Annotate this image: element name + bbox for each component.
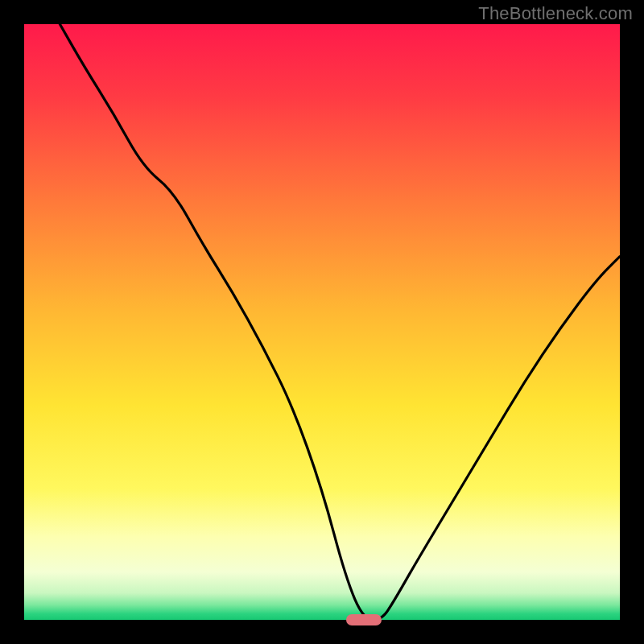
bottleneck-curve bbox=[24, 24, 620, 620]
optimal-marker bbox=[346, 614, 382, 625]
plot-area bbox=[24, 24, 620, 620]
watermark-label: TheBottleneck.com bbox=[478, 3, 633, 24]
chart-stage: TheBottleneck.com bbox=[0, 0, 644, 644]
